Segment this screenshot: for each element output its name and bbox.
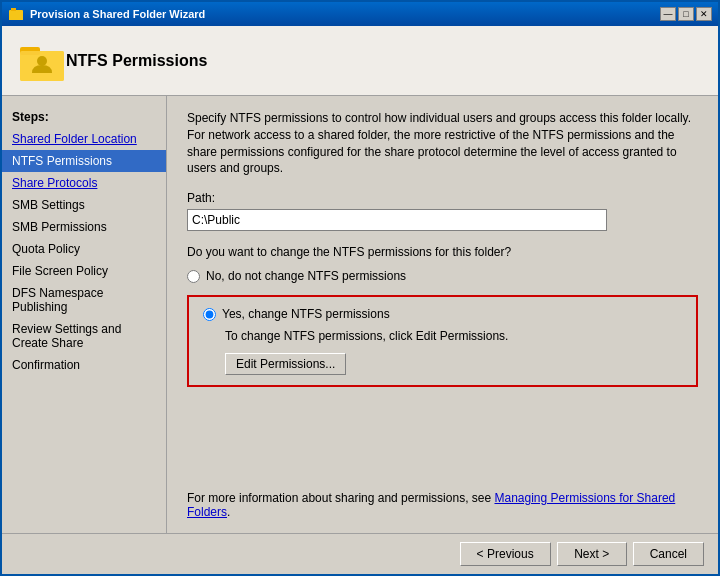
- folder-icon: [18, 37, 66, 85]
- sidebar-item-smb-permissions: SMB Permissions: [2, 216, 166, 238]
- title-bar-icon: [8, 6, 24, 22]
- radio-no-label: No, do not change NTFS permissions: [206, 269, 406, 283]
- question-text: Do you want to change the NTFS permissio…: [187, 245, 698, 259]
- svg-rect-1: [9, 12, 23, 20]
- main-wrapper: NTFS Permissions Steps: Shared Folder Lo…: [2, 26, 718, 574]
- path-input[interactable]: [187, 209, 607, 231]
- sidebar-item-confirmation: Confirmation: [2, 354, 166, 376]
- sidebar-item-review-settings: Review Settings and Create Share: [2, 318, 166, 354]
- sidebar-item-quota-policy: Quota Policy: [2, 238, 166, 260]
- footer-text: For more information about sharing and p…: [187, 491, 494, 505]
- previous-button[interactable]: < Previous: [460, 542, 551, 566]
- footer-link-area: For more information about sharing and p…: [187, 471, 698, 519]
- header-area: NTFS Permissions: [2, 26, 718, 96]
- wizard-window: Provision a Shared Folder Wizard — □ ✕ N…: [0, 0, 720, 576]
- svg-rect-2: [11, 8, 16, 11]
- path-label: Path:: [187, 191, 698, 205]
- sidebar-item-file-screen-policy: File Screen Policy: [2, 260, 166, 282]
- sidebar: Steps: Shared Folder Location NTFS Permi…: [2, 96, 167, 533]
- edit-hint-text: To change NTFS permissions, click Edit P…: [225, 329, 682, 343]
- main-content: Specify NTFS permissions to control how …: [167, 96, 718, 533]
- radio-no-input[interactable]: [187, 270, 200, 283]
- edit-permissions-button[interactable]: Edit Permissions...: [225, 353, 346, 375]
- title-bar-buttons: — □ ✕: [660, 7, 712, 21]
- close-button[interactable]: ✕: [696, 7, 712, 21]
- maximize-button[interactable]: □: [678, 7, 694, 21]
- radio-no-option[interactable]: No, do not change NTFS permissions: [187, 269, 698, 283]
- description-text: Specify NTFS permissions to control how …: [187, 110, 698, 177]
- cancel-button[interactable]: Cancel: [633, 542, 704, 566]
- title-bar: Provision a Shared Folder Wizard — □ ✕: [2, 2, 718, 26]
- next-button[interactable]: Next >: [557, 542, 627, 566]
- steps-label: Steps:: [2, 106, 166, 128]
- highlighted-box: Yes, change NTFS permissions To change N…: [187, 295, 698, 387]
- sidebar-item-smb-settings: SMB Settings: [2, 194, 166, 216]
- window-title: Provision a Shared Folder Wizard: [30, 8, 660, 20]
- bottom-bar: < Previous Next > Cancel: [2, 533, 718, 574]
- radio-group: No, do not change NTFS permissions Yes, …: [187, 269, 698, 387]
- svg-point-6: [37, 56, 47, 66]
- footer-period: .: [227, 505, 230, 519]
- sidebar-item-ntfs-permissions[interactable]: NTFS Permissions: [2, 150, 166, 172]
- radio-yes-label: Yes, change NTFS permissions: [222, 307, 390, 321]
- sidebar-item-share-protocols[interactable]: Share Protocols: [2, 172, 166, 194]
- radio-yes-input[interactable]: [203, 308, 216, 321]
- body-area: Steps: Shared Folder Location NTFS Permi…: [2, 96, 718, 533]
- radio-yes-option[interactable]: Yes, change NTFS permissions: [203, 307, 682, 321]
- minimize-button[interactable]: —: [660, 7, 676, 21]
- sidebar-item-dfs-namespace: DFS Namespace Publishing: [2, 282, 166, 318]
- page-title: NTFS Permissions: [66, 52, 207, 70]
- sidebar-item-shared-folder-location[interactable]: Shared Folder Location: [2, 128, 166, 150]
